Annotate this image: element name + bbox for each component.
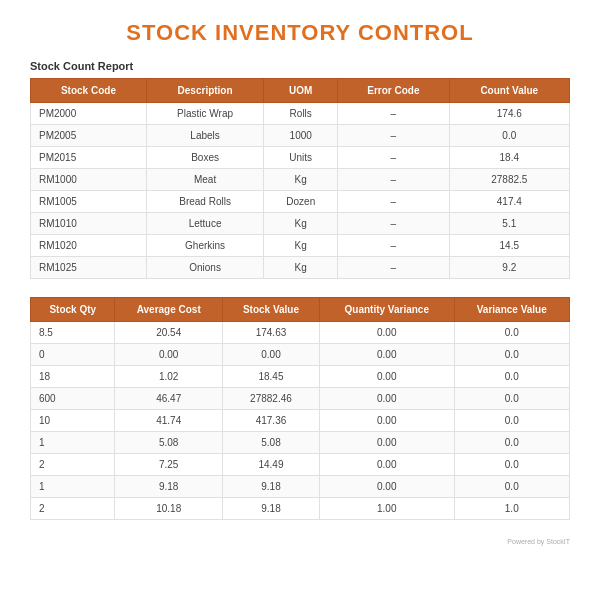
table-row: PM2015BoxesUnits–18.4 — [31, 147, 570, 169]
table-cell: – — [338, 169, 449, 191]
table-cell: 0.0 — [449, 125, 569, 147]
table-cell: 2 — [31, 454, 115, 476]
table-cell: PM2015 — [31, 147, 147, 169]
table-row: 210.189.181.001.0 — [31, 498, 570, 520]
table-cell: 27882.46 — [222, 388, 319, 410]
table-cell: Dozen — [264, 191, 338, 213]
table-cell: 0.0 — [454, 388, 569, 410]
table-cell: 9.2 — [449, 257, 569, 279]
table-cell: 0 — [31, 344, 115, 366]
table-row: 00.000.000.000.0 — [31, 344, 570, 366]
table1-col-header: UOM — [264, 79, 338, 103]
table-row: 19.189.180.000.0 — [31, 476, 570, 498]
table-cell: 1000 — [264, 125, 338, 147]
table-cell: 0.00 — [319, 366, 454, 388]
table-cell: – — [338, 213, 449, 235]
table-row: 27.2514.490.000.0 — [31, 454, 570, 476]
table-cell: 0.0 — [454, 344, 569, 366]
stock-value-table: Stock QtyAverage CostStock ValueQuantity… — [30, 297, 570, 520]
table-cell: 9.18 — [222, 476, 319, 498]
table-cell: 0.00 — [319, 388, 454, 410]
table-cell: Meat — [146, 169, 263, 191]
table-cell: 8.5 — [31, 322, 115, 344]
table-cell: 14.5 — [449, 235, 569, 257]
table-cell: Kg — [264, 213, 338, 235]
table2-col-header: Quantity Variance — [319, 298, 454, 322]
table-cell: Plastic Wrap — [146, 103, 263, 125]
table-cell: 10.18 — [115, 498, 223, 520]
table-cell: 1 — [31, 476, 115, 498]
table-cell: RM1010 — [31, 213, 147, 235]
table-cell: 0.0 — [454, 410, 569, 432]
table-cell: 0.00 — [319, 454, 454, 476]
table-cell: RM1025 — [31, 257, 147, 279]
table-cell: Kg — [264, 257, 338, 279]
table-cell: 18.4 — [449, 147, 569, 169]
table-cell: 41.74 — [115, 410, 223, 432]
table2-header-row: Stock QtyAverage CostStock ValueQuantity… — [31, 298, 570, 322]
table-cell: 27882.5 — [449, 169, 569, 191]
table1-col-header: Count Value — [449, 79, 569, 103]
table2-col-header: Variance Value — [454, 298, 569, 322]
table-row: PM2000Plastic WrapRolls–174.6 — [31, 103, 570, 125]
table-cell: Gherkins — [146, 235, 263, 257]
table-cell: Kg — [264, 235, 338, 257]
stock-count-table: Stock CodeDescriptionUOMError CodeCount … — [30, 78, 570, 279]
table-row: RM1025OnionsKg–9.2 — [31, 257, 570, 279]
table-cell: 0.0 — [454, 476, 569, 498]
table-cell: Lettuce — [146, 213, 263, 235]
table-cell: – — [338, 235, 449, 257]
table-cell: 0.00 — [115, 344, 223, 366]
table-cell: 0.00 — [319, 410, 454, 432]
footer-note: Powered by StockIT — [30, 538, 570, 545]
table-cell: 0.00 — [319, 322, 454, 344]
table-cell: Kg — [264, 169, 338, 191]
table-cell: 2 — [31, 498, 115, 520]
table-cell: Onions — [146, 257, 263, 279]
table-cell: 1.0 — [454, 498, 569, 520]
table-cell: RM1000 — [31, 169, 147, 191]
table-cell: RM1020 — [31, 235, 147, 257]
table1-col-header: Description — [146, 79, 263, 103]
table2-body: 8.520.54174.630.000.000.000.000.000.0181… — [31, 322, 570, 520]
table-cell: 14.49 — [222, 454, 319, 476]
table1-header-row: Stock CodeDescriptionUOMError CodeCount … — [31, 79, 570, 103]
table-cell: 5.1 — [449, 213, 569, 235]
table-cell: 10 — [31, 410, 115, 432]
table-cell: Rolls — [264, 103, 338, 125]
table-cell: Bread Rolls — [146, 191, 263, 213]
table-cell: 20.54 — [115, 322, 223, 344]
table-cell: 1.02 — [115, 366, 223, 388]
table-cell: Labels — [146, 125, 263, 147]
table-cell: 0.00 — [222, 344, 319, 366]
table-row: 1041.74417.360.000.0 — [31, 410, 570, 432]
table1-col-header: Error Code — [338, 79, 449, 103]
table-row: RM1000MeatKg–27882.5 — [31, 169, 570, 191]
table-cell: – — [338, 191, 449, 213]
table-cell: 174.6 — [449, 103, 569, 125]
table-cell: 417.4 — [449, 191, 569, 213]
table-cell: 417.36 — [222, 410, 319, 432]
table-cell: 5.08 — [222, 432, 319, 454]
table-cell: 9.18 — [222, 498, 319, 520]
table-row: 60046.4727882.460.000.0 — [31, 388, 570, 410]
table-row: RM1020GherkinsKg–14.5 — [31, 235, 570, 257]
table-cell: Units — [264, 147, 338, 169]
page-title: STOCK INVENTORY CONTROL — [30, 20, 570, 46]
table-cell: – — [338, 257, 449, 279]
table-cell: 0.00 — [319, 432, 454, 454]
table-cell: 0.0 — [454, 366, 569, 388]
table-cell: 0.0 — [454, 432, 569, 454]
table1-col-header: Stock Code — [31, 79, 147, 103]
table-cell: 0.00 — [319, 476, 454, 498]
table-cell: 600 — [31, 388, 115, 410]
table-cell: 18 — [31, 366, 115, 388]
table-cell: 7.25 — [115, 454, 223, 476]
table2-col-header: Stock Value — [222, 298, 319, 322]
table-cell: 0.00 — [319, 344, 454, 366]
table-row: 181.0218.450.000.0 — [31, 366, 570, 388]
table-row: 8.520.54174.630.000.0 — [31, 322, 570, 344]
table1-body: PM2000Plastic WrapRolls–174.6PM2005Label… — [31, 103, 570, 279]
table-cell: PM2005 — [31, 125, 147, 147]
table-cell: 18.45 — [222, 366, 319, 388]
